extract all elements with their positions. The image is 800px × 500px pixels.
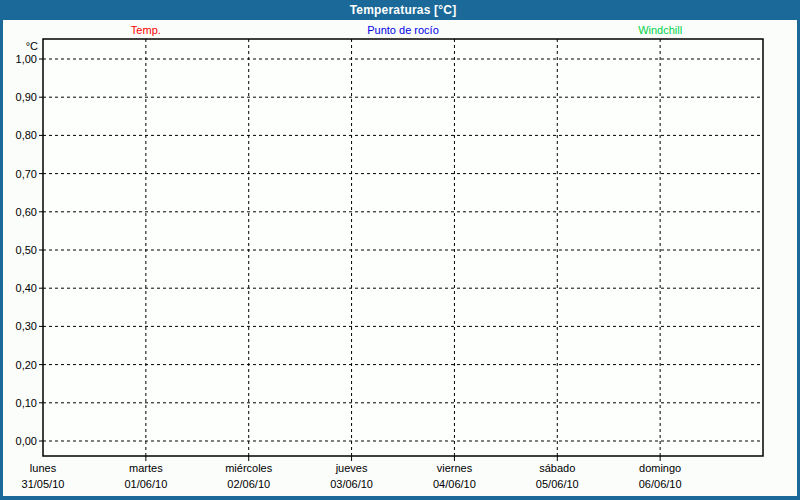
y-axis-unit-label: °C — [26, 40, 38, 52]
chart-canvas: 1,000,900,800,700,600,500,400,300,200,10… — [3, 0, 800, 500]
y-tick-label: 1,00 — [16, 53, 37, 65]
x-day-label: domingo — [639, 462, 681, 474]
x-date-label: 01/06/10 — [124, 478, 167, 490]
y-tick-label: 0,80 — [16, 129, 37, 141]
x-date-label: 03/06/10 — [330, 478, 373, 490]
y-tick-label: 0,00 — [16, 435, 37, 447]
plot-border — [43, 39, 763, 456]
x-day-label: lunes — [30, 462, 57, 474]
x-date-label: 04/06/10 — [433, 478, 476, 490]
y-tick-label: 0,60 — [16, 206, 37, 218]
x-day-label: viernes — [437, 462, 473, 474]
x-day-label: martes — [129, 462, 163, 474]
x-date-label: 05/06/10 — [536, 478, 579, 490]
x-date-label: 02/06/10 — [227, 478, 270, 490]
x-day-label: miércoles — [225, 462, 273, 474]
x-day-label: jueves — [335, 462, 368, 474]
y-tick-label: 0,90 — [16, 91, 37, 103]
chart-plot-area: 1,000,900,800,700,600,500,400,300,200,10… — [3, 0, 800, 500]
x-day-label: sábado — [539, 462, 575, 474]
y-tick-label: 0,10 — [16, 397, 37, 409]
y-tick-label: 0,50 — [16, 244, 37, 256]
y-tick-label: 0,20 — [16, 359, 37, 371]
x-date-label: 06/06/10 — [639, 478, 682, 490]
y-tick-label: 0,70 — [16, 168, 37, 180]
x-date-label: 31/05/10 — [22, 478, 65, 490]
chart-window: Temperaturas [°C] Temp. Punto de rocío W… — [0, 0, 800, 500]
y-tick-label: 0,30 — [16, 320, 37, 332]
y-tick-label: 0,40 — [16, 282, 37, 294]
